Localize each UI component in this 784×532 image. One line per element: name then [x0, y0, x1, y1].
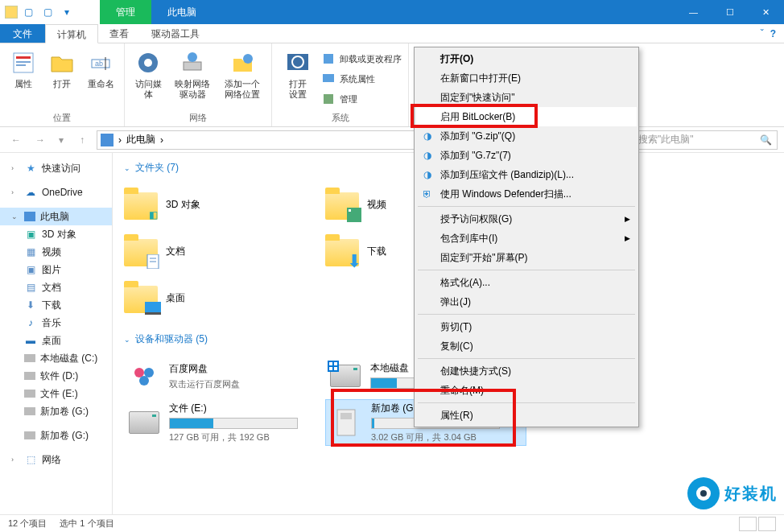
drive-icon	[24, 431, 35, 439]
ctx-cut[interactable]: 剪切(T)	[416, 317, 637, 336]
view-details-button[interactable]	[739, 517, 757, 531]
maximize-button[interactable]: ☐	[712, 0, 748, 24]
up-button[interactable]: ↑	[72, 130, 92, 150]
ctx-properties[interactable]: 属性(R)	[416, 406, 637, 425]
sidebar-item-drive-d[interactable]: 软件 (D:)	[0, 367, 112, 385]
sidebar-item-drive-g[interactable]: 新加卷 (G:)	[0, 402, 112, 420]
ctx-defender-scan[interactable]: ⛨使用 Windows Defender扫描...	[416, 184, 637, 204]
ribbon-collapse-icon[interactable]: ˇ	[761, 28, 764, 39]
minimize-button[interactable]: —	[675, 0, 712, 24]
breadcrumb-sep: ›	[118, 134, 122, 146]
cube-icon: ◧	[145, 207, 161, 223]
drive-icon	[328, 359, 362, 393]
svg-rect-28	[329, 362, 332, 365]
map-network-drive-button[interactable]: 映射网络 驱动器	[170, 47, 215, 112]
sidebar-network[interactable]: ›⬚网络	[0, 451, 112, 468]
sidebar-onedrive[interactable]: ›☁OneDrive	[0, 184, 112, 201]
ctx-create-shortcut[interactable]: 创建快捷方式(S)	[416, 361, 637, 381]
svg-rect-33	[340, 413, 352, 419]
uninstall-programs-button[interactable]: 卸载或更改程序	[322, 50, 402, 68]
forward-button[interactable]: →	[31, 130, 50, 150]
ctx-pin-start[interactable]: 固定到"开始"屏幕(P)	[416, 248, 637, 267]
rename-button[interactable]: ab 重命名	[84, 47, 118, 112]
folder-desktop[interactable]: 桌面	[124, 274, 325, 321]
recent-locations-button[interactable]: ▾	[55, 130, 68, 150]
sidebar-item-3d[interactable]: ▣3D 对象	[0, 225, 112, 243]
sidebar-this-pc[interactable]: ⌄此电脑	[0, 208, 112, 225]
watermark: 好装机	[687, 477, 778, 509]
shield-icon: ⛨	[421, 188, 434, 200]
ctx-eject[interactable]: 弹出(J)	[416, 292, 637, 311]
group-label: 位置	[6, 112, 118, 125]
svg-text:ab: ab	[95, 60, 103, 68]
svg-rect-9	[184, 62, 201, 70]
ctx-rename[interactable]: 重命名(M)	[416, 381, 637, 400]
ctx-format[interactable]: 格式化(A)...	[416, 273, 637, 292]
sidebar-item-downloads[interactable]: ⬇下载	[0, 296, 112, 314]
pc-icon	[101, 134, 113, 146]
sidebar-item-videos[interactable]: ▦视频	[0, 243, 112, 261]
drive-icon	[24, 407, 35, 415]
svg-rect-3	[16, 64, 26, 66]
sidebar-item-drive-e[interactable]: 文件 (E:)	[0, 385, 112, 402]
context-tab-manage[interactable]: 管理	[100, 0, 151, 24]
access-media-button[interactable]: 访问媒体	[131, 47, 165, 112]
tab-drive-tools[interactable]: 驱动器工具	[140, 24, 211, 43]
drive-icon	[127, 406, 161, 439]
svg-point-10	[188, 52, 197, 62]
folder-documents[interactable]: 文档	[124, 228, 325, 274]
search-input[interactable]: 搜索"此电脑" 🔍	[633, 130, 778, 150]
sidebar-item-pictures[interactable]: ▣图片	[0, 261, 112, 278]
ctx-add-archive[interactable]: ◑添加到压缩文件 (Bandizip)(L)...	[416, 165, 637, 184]
sidebar-item-desktop[interactable]: ▬桌面	[0, 332, 112, 349]
drive-e[interactable]: 文件 (E:)127 GB 可用，共 192 GB	[124, 399, 325, 446]
folder-3d-objects[interactable]: ◧3D 对象	[124, 181, 325, 228]
drive-baidu[interactable]: 百度网盘双击运行百度网盘	[124, 353, 325, 399]
view-large-icons-button[interactable]	[758, 517, 776, 531]
properties-button[interactable]: 属性	[6, 47, 40, 112]
document-icon: ▤	[24, 281, 37, 294]
svg-point-25	[144, 368, 154, 377]
qat-item[interactable]: ▢	[39, 3, 56, 21]
svg-rect-18	[349, 209, 351, 212]
picture-icon: ▣	[24, 263, 37, 276]
ctx-copy[interactable]: 复制(C)	[416, 336, 637, 356]
monitor-icon	[322, 72, 335, 85]
svg-point-24	[134, 368, 144, 377]
tab-view[interactable]: 查看	[98, 24, 140, 43]
breadcrumb[interactable]: 此电脑	[126, 133, 155, 146]
close-button[interactable]: ✕	[748, 0, 784, 24]
sidebar-item-documents[interactable]: ▤文档	[0, 278, 112, 296]
film-icon	[346, 207, 362, 223]
ctx-enable-bitlocker[interactable]: 启用 BitLocker(B)	[416, 107, 637, 126]
sidebar-item-drive-c[interactable]: 本地磁盘 (C:)	[0, 349, 112, 367]
drive-icon	[24, 372, 35, 380]
network-icon: ⬚	[24, 453, 37, 466]
qat-item[interactable]: ▢	[19, 3, 37, 21]
svg-rect-30	[329, 367, 332, 370]
media-icon	[135, 50, 161, 76]
ctx-add-gzip[interactable]: ◑添加到 "G.zip"(Q)	[416, 126, 637, 146]
manage-button[interactable]: 管理	[322, 90, 402, 108]
add-network-location-button[interactable]: 添加一个 网络位置	[220, 47, 265, 112]
open-button[interactable]: 打开	[45, 47, 79, 112]
file-tab[interactable]: 文件	[0, 24, 45, 43]
ctx-include-library[interactable]: 包含到库中(I)▶	[416, 229, 637, 248]
system-properties-button[interactable]: 系统属性	[322, 70, 402, 88]
sidebar-quick-access[interactable]: ›★快速访问	[0, 159, 112, 177]
ctx-add-7z[interactable]: ◑添加到 "G.7z"(7)	[416, 146, 637, 165]
system-icon[interactable]	[5, 6, 18, 19]
removable-drive-icon	[329, 406, 363, 439]
open-settings-button[interactable]: 打开 设置	[279, 47, 317, 112]
qat-dropdown[interactable]: ▾	[58, 3, 76, 21]
ctx-pin-quick-access[interactable]: 固定到"快速访问"	[416, 88, 637, 107]
sidebar-item-music[interactable]: ♪音乐	[0, 314, 112, 332]
help-icon[interactable]: ?	[770, 28, 776, 39]
uninstall-icon	[322, 52, 335, 65]
tab-computer[interactable]: 计算机	[45, 24, 98, 43]
ctx-grant-access[interactable]: 授予访问权限(G)▶	[416, 209, 637, 229]
back-button[interactable]: ←	[6, 130, 26, 150]
ctx-open[interactable]: 打开(O)	[416, 49, 637, 68]
sidebar-item-drive-g2[interactable]: 新加卷 (G:)	[0, 427, 112, 444]
ctx-open-new-window[interactable]: 在新窗口中打开(E)	[416, 68, 637, 88]
